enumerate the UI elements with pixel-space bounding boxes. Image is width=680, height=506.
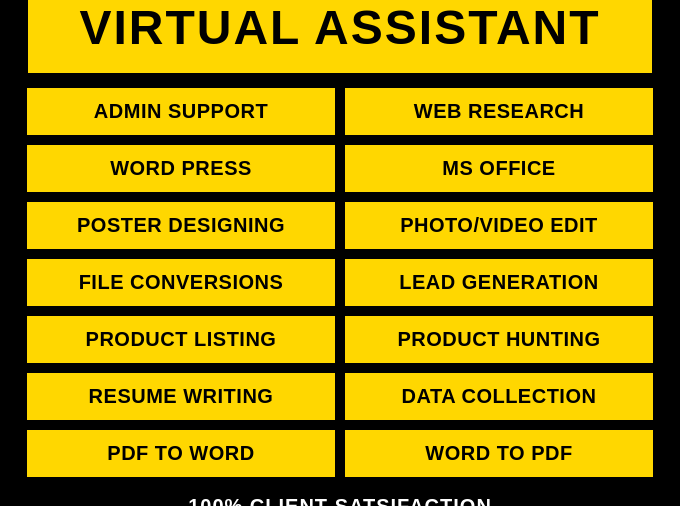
grid-item-right-0: WEB RESEARCH xyxy=(343,86,655,137)
grid-item-label-right-2: PHOTO/VIDEO EDIT xyxy=(400,214,598,236)
grid-item-left-2: POSTER DESIGNING xyxy=(25,200,337,251)
grid-item-left-0: ADMIN SUPPORT xyxy=(25,86,337,137)
grid-item-label-left-5: RESUME WRITING xyxy=(89,385,274,407)
grid-item-left-4: PRODUCT LISTING xyxy=(25,314,337,365)
grid-item-label-right-4: PRODUCT HUNTING xyxy=(397,328,600,350)
grid-item-left-6: PDF TO WORD xyxy=(25,428,337,479)
grid-item-label-right-5: DATA COLLECTION xyxy=(402,385,597,407)
grid-item-right-4: PRODUCT HUNTING xyxy=(343,314,655,365)
grid-item-label-right-1: MS OFFICE xyxy=(442,157,555,179)
grid-item-label-left-6: PDF TO WORD xyxy=(107,442,254,464)
grid-item-right-5: DATA COLLECTION xyxy=(343,371,655,422)
grid-item-right-6: WORD TO PDF xyxy=(343,428,655,479)
grid-item-label-right-6: WORD TO PDF xyxy=(425,442,572,464)
grid-item-label-right-0: WEB RESEARCH xyxy=(414,100,584,122)
grid-item-left-1: WORD PRESS xyxy=(25,143,337,194)
grid-item-left-3: FILE CONVERSIONS xyxy=(25,257,337,308)
footer-section: 100% CLIENT SATSIFACTION xyxy=(25,485,655,507)
footer-text: 100% CLIENT SATSIFACTION xyxy=(188,495,492,507)
main-title: VIRTUAL ASSISTANT xyxy=(79,1,600,54)
grid-item-right-2: PHOTO/VIDEO EDIT xyxy=(343,200,655,251)
grid-item-label-left-4: PRODUCT LISTING xyxy=(86,328,277,350)
services-grid: ADMIN SUPPORTWEB RESEARCHWORD PRESSMS OF… xyxy=(25,86,655,479)
grid-item-label-left-0: ADMIN SUPPORT xyxy=(94,100,268,122)
grid-item-left-5: RESUME WRITING xyxy=(25,371,337,422)
grid-item-label-right-3: LEAD GENERATION xyxy=(399,271,598,293)
grid-item-right-3: LEAD GENERATION xyxy=(343,257,655,308)
title-section: VIRTUAL ASSISTANT xyxy=(25,0,655,76)
grid-item-label-left-1: WORD PRESS xyxy=(110,157,252,179)
grid-item-label-left-3: FILE CONVERSIONS xyxy=(79,271,284,293)
grid-item-label-left-2: POSTER DESIGNING xyxy=(77,214,285,236)
main-container: VIRTUAL ASSISTANT ADMIN SUPPORTWEB RESEA… xyxy=(15,0,665,506)
grid-item-right-1: MS OFFICE xyxy=(343,143,655,194)
